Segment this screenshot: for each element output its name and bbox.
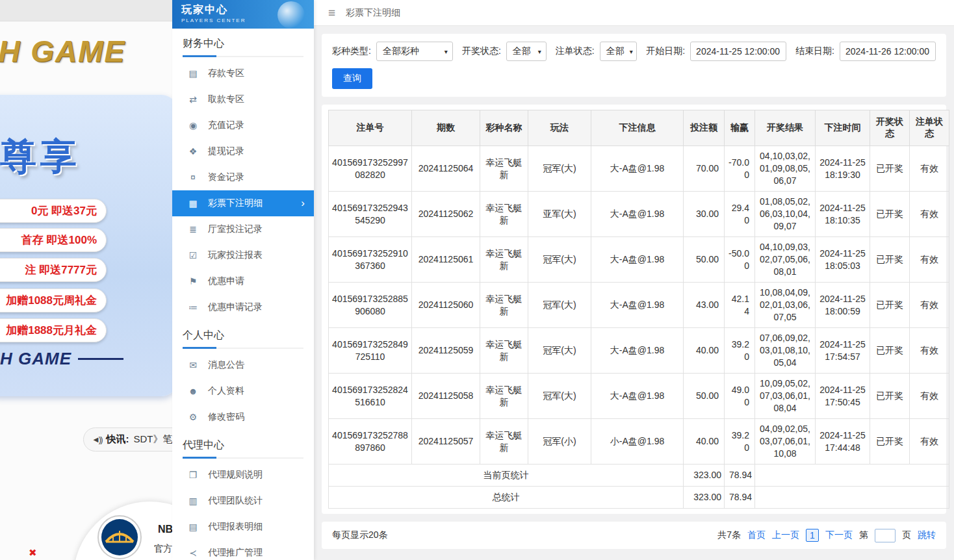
promo-pill: 加赠1088元周礼金 <box>0 288 107 312</box>
cell-draw-status: 已开奖 <box>870 419 910 465</box>
cell-period: 20241125057 <box>412 419 480 465</box>
promo-pill: 注 即送7777元 <box>0 258 107 282</box>
cell-win-loss: 39.20 <box>725 419 755 465</box>
hamburger-menu-icon[interactable]: ≡ <box>328 6 335 20</box>
cell-order-status: 有效 <box>910 146 949 192</box>
summary-row: 当前页统计323.0078.94 <box>329 465 949 487</box>
cell-lottery: 幸运飞艇新 <box>480 283 528 328</box>
cell-lottery: 幸运飞艇新 <box>480 146 528 192</box>
cell-draw-status: 已开奖 <box>870 237 910 283</box>
cell-order-no: 401569173252943545290 <box>329 192 412 237</box>
first-page-link[interactable]: 首页 <box>747 529 766 541</box>
ticker-text: SDT》笔 <box>134 433 172 446</box>
search-button[interactable]: 查询 <box>332 68 372 89</box>
cell-lottery: 幸运飞艇新 <box>480 192 528 237</box>
next-page-link[interactable]: 下一页 <box>825 529 853 541</box>
sidebar-item-label: 修改密码 <box>208 411 244 423</box>
lottery-type-select[interactable]: 全部彩种 ▾ <box>376 42 453 61</box>
cell-period: 20241125058 <box>412 374 480 419</box>
per-page-label: 每页显示20条 <box>332 529 388 541</box>
flag-icon: ⚑ <box>188 276 198 286</box>
sidebar-item-change-password[interactable]: ⚙修改密码 <box>172 404 314 430</box>
money-bag-icon: ¤ <box>188 172 198 183</box>
cell-win-loss: -70.00 <box>725 146 755 192</box>
sidebar-item-label: 取款专区 <box>208 94 244 105</box>
jump-page-input[interactable] <box>875 529 896 542</box>
sidebar-item-agent-promotion[interactable]: ≺代理推广管理 <box>172 540 314 560</box>
speaker-icon: ◄)) <box>92 435 102 444</box>
cell-amount: 43.00 <box>684 283 725 328</box>
current-page-badge[interactable]: 1 <box>806 529 819 542</box>
column-header: 下注信息 <box>591 110 684 146</box>
start-date-input[interactable] <box>690 42 786 61</box>
nba-team-logo-icon <box>97 515 142 560</box>
sidebar-item-deposit-zone[interactable]: ▤存款专区 <box>172 60 314 86</box>
cell-bet-time: 2024-11-25 18:05:03 <box>816 237 870 283</box>
summary-empty <box>755 465 949 487</box>
column-header: 玩法 <box>528 110 591 146</box>
sidebar-item-recharge-records[interactable]: ◉充值记录 <box>172 112 314 138</box>
cell-period: 20241125060 <box>412 283 480 328</box>
cell-period: 20241125064 <box>412 146 480 192</box>
sidebar-item-withdraw-zone[interactable]: ⇄取款专区 <box>172 86 314 112</box>
sidebar: 玩家中心 PLAYERS CENTER 财务中心▤存款专区⇄取款专区◉充值记录❖… <box>172 0 314 560</box>
sidebar-item-withdrawal-records[interactable]: ❖提现记录 <box>172 138 314 164</box>
cell-draw-status: 已开奖 <box>870 146 910 192</box>
cell-bet-time: 2024-11-25 17:44:48 <box>816 419 870 465</box>
cell-period: 20241125062 <box>412 192 480 237</box>
table-row: 40156917325284972511020241125059幸运飞艇新冠军(… <box>329 328 949 374</box>
sidebar-subtitle: PLAYERS CENTER <box>181 18 314 23</box>
bell-icon: ✉ <box>188 360 198 370</box>
sidebar-section-title: 财务中心 <box>183 37 303 57</box>
end-date-input[interactable] <box>840 42 936 61</box>
summary-bet-total: 323.00 <box>684 487 725 509</box>
sidebar-item-agent-rules[interactable]: ❐代理规则说明 <box>172 462 314 488</box>
cell-order-no: 401569173252885906080 <box>329 283 412 328</box>
sidebar-item-label: 玩家投注报表 <box>208 249 263 261</box>
cell-order-status: 有效 <box>910 374 949 419</box>
sidebar-item-funds-records[interactable]: ¤资金记录 <box>172 164 314 190</box>
cell-lottery: 幸运飞艇新 <box>480 237 528 283</box>
cell-lottery: 幸运飞艇新 <box>480 419 528 465</box>
sidebar-item-agent-team-stats[interactable]: ▥代理团队统计 <box>172 488 314 514</box>
main-topbar: ≡ 彩票下注明细 <box>314 0 954 26</box>
cell-amount: 40.00 <box>684 328 725 374</box>
cell-lottery: 幸运飞艇新 <box>480 374 528 419</box>
prev-page-link[interactable]: 上一页 <box>772 529 799 541</box>
cell-draw-status: 已开奖 <box>870 374 910 419</box>
draw-status-select[interactable]: 全部 ▾ <box>506 42 547 61</box>
sidebar-item-label: 消息公告 <box>208 359 244 371</box>
order-status-select[interactable]: 全部 ▾ <box>600 42 638 61</box>
cell-order-no: 401569173252849725110 <box>329 328 412 374</box>
cell-bet-time: 2024-11-25 18:00:59 <box>816 283 870 328</box>
jump-button[interactable]: 跳转 <box>918 529 936 541</box>
sidebar-title: 玩家中心 <box>181 3 314 17</box>
sidebar-item-promo-application-records[interactable]: ≔优惠申请记录 <box>172 294 314 320</box>
close-icon[interactable]: ✖ <box>29 547 37 559</box>
sidebar-item-label: 优惠申请记录 <box>208 301 263 313</box>
cell-win-loss: 39.20 <box>725 328 755 374</box>
sidebar-item-agent-report-details[interactable]: ▤代理报表明细 <box>172 514 314 540</box>
column-header: 注单号 <box>329 110 412 146</box>
sidebar-item-player-bet-report[interactable]: ☑玩家投注报表 <box>172 242 314 268</box>
sidebar-item-promo-application[interactable]: ⚑优惠申请 <box>172 268 314 294</box>
sidebar-item-profile[interactable]: ☻个人资料 <box>172 378 314 404</box>
table-row: 40156917325299708282020241125064幸运飞艇新冠军(… <box>329 146 949 192</box>
sidebar-item-label: 优惠申请 <box>208 275 244 287</box>
sidebar-item-hall-bet-records[interactable]: ≣厅室投注记录 <box>172 216 314 242</box>
jump-suffix-label: 页 <box>902 529 911 541</box>
sidebar-item-announcements[interactable]: ✉消息公告 <box>172 352 314 378</box>
news-ticker: ◄)) 快讯: SDT》笔 <box>83 427 172 452</box>
cell-play: 冠军(大) <box>528 237 591 283</box>
end-date-label: 结束日期: <box>795 45 834 57</box>
order-status-label: 注单状态: <box>556 45 595 57</box>
cell-bet-time: 2024-11-25 17:50:45 <box>816 374 870 419</box>
cell-result: 10,08,04,09,02,01,03,06,07,05 <box>755 283 816 328</box>
cell-bet-time: 2024-11-25 17:54:57 <box>816 328 870 374</box>
cell-draw-status: 已开奖 <box>870 192 910 237</box>
cell-amount: 70.00 <box>684 146 725 192</box>
sidebar-item-lottery-bet-details[interactable]: ▦彩票下注明细› <box>172 190 314 216</box>
table-body: 40156917325299708282020241125064幸运飞艇新冠军(… <box>329 146 949 509</box>
summary-row: 总统计323.0078.94 <box>329 487 949 509</box>
cell-result: 04,10,09,03,02,07,05,06,08,01 <box>755 237 816 283</box>
